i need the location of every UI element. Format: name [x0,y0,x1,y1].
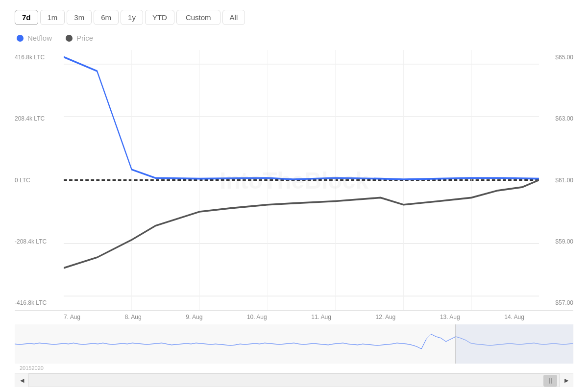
thumb-line-1 [549,378,550,384]
y-right-4: $59.00 [539,238,573,245]
nav-label-spacer [44,365,568,371]
chart-wrapper: IntoTheBlock 416.8k LTC 208.4k LTC 0 LTC… [15,50,573,387]
legend-netflow: Netflow [17,34,52,42]
legend-netflow-label: Netflow [27,34,52,42]
chart-svg [64,50,539,310]
time-btn-7d[interactable]: 7d [15,10,38,25]
y-axis-left: 416.8k LTC 208.4k LTC 0 LTC -208.4k LTC … [15,50,64,310]
y-left-5: -416.8k LTC [15,299,64,306]
scroll-thumb-handle [549,378,552,384]
legend-price: Price [66,34,93,42]
x-label-7: 13. Aug [440,314,460,320]
main-chart: IntoTheBlock 416.8k LTC 208.4k LTC 0 LTC… [15,50,573,311]
navigator-labels: 2015 2020 [15,365,573,371]
scroll-thumb[interactable] [543,375,557,387]
main-container: 7d1m3m6m1yYTDCustomAll Netflow Price Int… [0,0,588,392]
scroll-right-button[interactable]: ▶ [559,373,573,387]
navigator[interactable]: 2015 2020 [15,324,573,373]
svg-rect-12 [456,324,573,364]
y-axis-right: $65.00 $63.00 $61.00 $59.00 $57.00 [539,50,573,310]
x-label-5: 11. Aug [311,314,331,320]
scrollbar: ◀ ▶ [15,373,573,387]
scroll-left-button[interactable]: ◀ [15,373,29,387]
time-btn-ytd[interactable]: YTD [145,10,174,25]
x-label-3: 9. Aug [186,314,202,320]
chart-legend: Netflow Price [15,34,573,42]
netflow-dot [17,35,24,42]
legend-price-label: Price [76,34,93,42]
y-right-5: $57.00 [539,299,573,306]
nav-label-2015: 2015 [20,365,31,371]
time-btn-1m[interactable]: 1m [40,10,65,25]
time-btn-custom[interactable]: Custom [176,10,220,25]
x-label-6: 12. Aug [376,314,396,320]
y-right-2: $63.00 [539,115,573,122]
y-left-3: 0 LTC [15,177,64,184]
time-btn-3m[interactable]: 3m [67,10,92,25]
y-left-2: 208.4k LTC [15,115,64,122]
time-btn-6m[interactable]: 6m [94,10,119,25]
price-line [64,180,539,268]
y-left-4: -208.4k LTC [15,238,64,245]
x-label-4: 10. Aug [247,314,267,320]
y-right-1: $65.00 [539,54,573,61]
nav-label-2020: 2020 [31,365,43,371]
time-btn-1y[interactable]: 1y [121,10,143,25]
y-right-3: $61.00 [539,177,573,184]
thumb-line-2 [551,378,552,384]
x-label-1: 7. Aug [64,314,80,320]
netflow-line [64,57,539,179]
x-label-8: 14. Aug [504,314,524,320]
x-label-2: 8. Aug [125,314,142,320]
y-left-1: 416.8k LTC [15,54,64,61]
price-dot [66,35,73,42]
time-range-selector: 7d1m3m6m1yYTDCustomAll [15,10,573,25]
x-axis: 7. Aug 8. Aug 9. Aug 10. Aug 11. Aug 12.… [15,311,573,322]
scroll-track[interactable] [29,374,559,387]
time-btn-all[interactable]: All [222,10,245,25]
